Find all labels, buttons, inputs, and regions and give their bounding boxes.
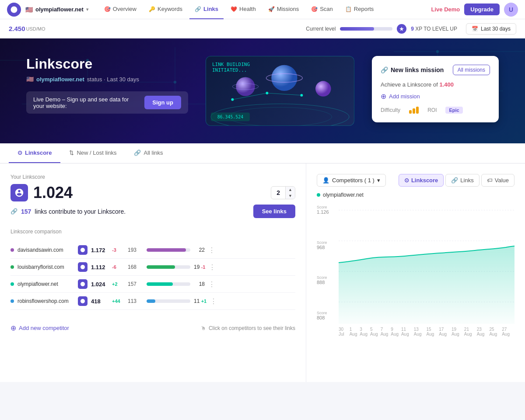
nav-item-overview[interactable]: 🎯Overview <box>99 0 142 19</box>
y-axis: Score 1.126 Score 968 Score 888 Score 80… <box>317 201 329 324</box>
upgrade-button[interactable]: Upgrade <box>464 3 500 15</box>
link-small-icon: 🔗 <box>10 208 18 215</box>
x-label-10: 19 Aug <box>452 327 464 337</box>
hero-subtitle: 🇺🇸 olympiaflower.net status · Last 30 da… <box>26 76 188 83</box>
person-icon: 👤 <box>322 177 329 184</box>
chart-tab-linkscore[interactable]: ⊙Linkscore <box>399 174 444 187</box>
nav-item-missions[interactable]: 🚀Missions <box>263 0 304 19</box>
navbar: 🇺🇸 olympiaflower.net ▾ 🎯Overview🔑Keyword… <box>0 0 525 19</box>
y-score-4: 808 <box>317 315 329 320</box>
see-links-button[interactable]: See links <box>253 205 295 218</box>
chart-tab-links[interactable]: 🔗Links <box>445 174 479 187</box>
nav-item-keywords[interactable]: 🔑Keywords <box>144 0 188 19</box>
score-icon <box>10 184 28 201</box>
comp-bar-fill-1 <box>147 265 175 269</box>
competitors-button[interactable]: 👤 Competitors ( 1 ) ▾ <box>317 174 386 187</box>
hero-domain: olympiaflower.net <box>36 76 84 83</box>
diff-bar-2 <box>413 108 415 114</box>
comp-links-2: 157 <box>128 281 143 287</box>
stepper-up[interactable]: ▲ <box>286 187 295 193</box>
nav-item-links[interactable]: 🔗Links <box>189 0 224 19</box>
stepper[interactable]: 2 ▲ ▼ <box>271 186 295 199</box>
comp-bar-2 <box>147 282 190 286</box>
comp-bar-1 <box>147 265 190 269</box>
achieve-value: 1.400 <box>439 81 454 88</box>
links-info-row: 🔗 157 links contribute to your Linkscore… <box>10 205 295 218</box>
comp-menu-0[interactable]: ⋮ <box>208 246 215 254</box>
x-label-6: 11 Aug <box>401 327 414 337</box>
y-label-4: Score 808 <box>317 311 329 320</box>
chart-header: 👤 Competitors ( 1 ) ▾ ⊙Linkscore🔗Links🏷V… <box>317 174 514 187</box>
nav-icon-health: ❤️ <box>231 6 237 12</box>
competitor-dot-2 <box>10 282 14 286</box>
comp-pages-3: 11 +1 <box>194 298 206 304</box>
chart-tab-label-value: Value <box>495 177 509 184</box>
diff-bar-1 <box>409 110 412 114</box>
comp-bar-3 <box>147 299 190 303</box>
x-label-8: 15 Aug <box>427 327 439 337</box>
nav-icon-overview: 🎯 <box>104 6 111 12</box>
tab-new-lost[interactable]: ⇅New / Lost links <box>60 143 125 163</box>
chart-tab-value[interactable]: 🏷Value <box>481 174 514 187</box>
competitor-row-3: robinsflowershop.com 418 +44 113 11 +1 ⋮ <box>10 293 295 310</box>
tab-all-links[interactable]: 🔗All links <box>125 143 172 163</box>
y-score-1: 1.126 <box>317 209 329 215</box>
legend-dot <box>317 193 320 197</box>
x-label-13: 25 Aug <box>489 327 502 337</box>
plus-icon: ⊕ <box>381 92 386 101</box>
comp-menu-2[interactable]: ⋮ <box>208 280 215 288</box>
comp-delta-0: -3 <box>112 247 124 253</box>
add-mission-link[interactable]: ⊕ Add mission <box>381 92 490 101</box>
nav-item-reports[interactable]: 📋Reports <box>340 0 379 19</box>
mission-card-header: 🔗 New links mission All missions <box>381 65 490 75</box>
comp-links-1: 168 <box>128 264 143 270</box>
user-avatar[interactable]: U <box>504 3 518 17</box>
date-range-button[interactable]: 📅 Last 30 days <box>466 23 516 35</box>
competitor-icon-3 <box>78 296 88 306</box>
svg-text:86.345.524: 86.345.524 <box>217 115 243 119</box>
nav-icon-links: 🔗 <box>195 6 201 12</box>
y-label-3: Score 888 <box>317 275 329 285</box>
y-label-2: Score 968 <box>317 240 329 250</box>
tab-icon-all-links: 🔗 <box>134 149 141 156</box>
hero-left: Linkscore 🇺🇸 olympiaflower.net status · … <box>26 56 188 114</box>
signup-button[interactable]: Sign up <box>144 96 181 109</box>
comp-menu-3[interactable]: ⋮ <box>210 297 217 305</box>
tabs-bar: ⊙Linkscore⇅New / Lost links🔗All links <box>0 143 525 163</box>
x-label-7: 13 Aug <box>414 327 427 337</box>
chart-tab-icon-value: 🏷 <box>487 177 493 184</box>
your-linkscore-label: Your Linkscore <box>10 174 295 180</box>
y-score-3: 888 <box>317 280 329 285</box>
price-unit: USD/MO <box>26 26 46 31</box>
nav-right: Live Demo Upgrade U <box>431 3 518 17</box>
comp-links-3: 113 <box>128 298 143 304</box>
competitor-row-2: olympiaflower.net 1.024 +2 157 18 ⋮ <box>10 276 295 293</box>
app-logo[interactable] <box>7 3 21 17</box>
nav-item-health[interactable]: ❤️Health <box>225 0 261 19</box>
x-label-11: 21 Aug <box>464 327 477 337</box>
comp-pages-2: 18 <box>194 281 205 287</box>
all-missions-button[interactable]: All missions <box>453 65 490 75</box>
roi-label: ROI <box>427 107 437 113</box>
nav-label-scan: Scan <box>320 6 333 12</box>
nav-label-health: Health <box>239 6 256 12</box>
comp-delta-3: +44 <box>112 299 124 304</box>
level-section: Current level 9 XP TO LEVEL UP <box>306 24 457 34</box>
difficulty-bars <box>409 107 419 114</box>
x-label-4: 7 Aug <box>381 327 391 337</box>
nav-label-reports: Reports <box>354 6 374 12</box>
hero-visual: LINK BUILDINGINITIATED... <box>206 56 354 126</box>
tab-linkscore[interactable]: ⊙Linkscore <box>9 143 60 163</box>
domain-flag: 🇺🇸 <box>25 6 33 13</box>
svg-text:U: U <box>509 6 513 13</box>
calendar-icon: 📅 <box>472 26 478 32</box>
stepper-down[interactable]: ▼ <box>286 193 295 199</box>
comp-delta-2: +2 <box>112 281 124 287</box>
top-bar: 2.450 USD/MO Current level 9 XP TO LEVEL… <box>0 19 525 38</box>
nav-links: 🎯Overview🔑Keywords🔗Links❤️Health🚀Mission… <box>99 0 431 19</box>
comp-menu-1[interactable]: ⋮ <box>209 263 216 271</box>
add-competitor-link[interactable]: ⊕ Add new competitor <box>10 324 69 332</box>
comp-score-1: 1.112 <box>91 264 108 271</box>
domain-selector[interactable]: 🇺🇸 olympiaflower.net ▾ <box>25 6 88 13</box>
nav-item-scan[interactable]: 🎯Scan <box>306 0 338 19</box>
